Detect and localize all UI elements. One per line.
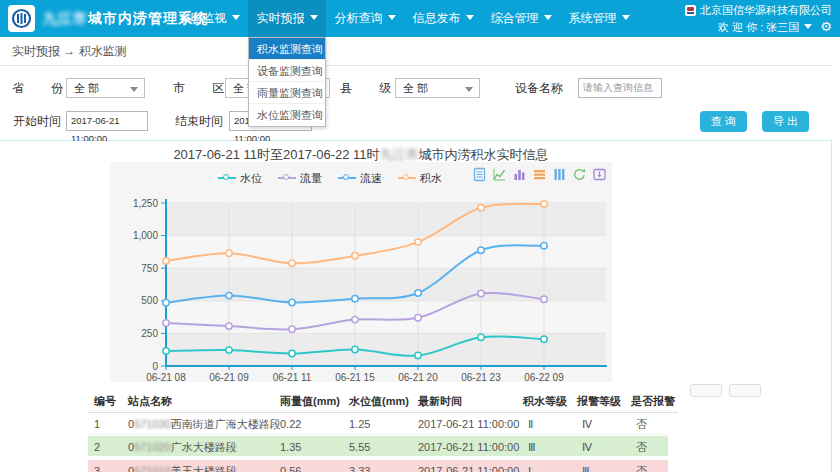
menu-general-management[interactable]: 综合管理 [482,0,560,37]
th-depth-level: 积水等级 [523,390,567,413]
menu-analysis-query[interactable]: 分析查询 [326,0,404,37]
svg-text:0: 0 [152,361,158,372]
bar-chart-icon[interactable] [512,167,527,182]
table-row-2[interactable]: 2 0571020广水大楼路段 1.35 5.55 2017-06-21 11:… [88,436,668,458]
app-window: 九江市城市内涝管理系统 实时监视 实时预报 分析查询 信息发布 综合管理 系统管… [0,0,840,472]
device-name-placeholder: 请输入查询信息 [583,82,653,93]
th-alarmed: 是否报警 [631,390,675,413]
legend-marker-icon [398,177,416,179]
stack-icon[interactable] [532,167,547,182]
th-num: 编号 [94,390,116,413]
main-menu: 实时监视 实时预报 分析查询 信息发布 综合管理 系统管理 [170,0,638,37]
forecast-dropdown-menu: 积水监测查询 设备监测查询 雨量监测查询 水位监测查询 [248,37,326,127]
company-logo-icon [685,5,696,16]
filter-panel: 省 份 全 部 市 区 全 部 县 级 全 部 设备名称 请输入查询信息 开始时… [0,66,832,141]
svg-text:750: 750 [141,263,158,274]
th-station: 站点名称 [128,390,172,413]
th-rain: 雨量值(mm) [280,390,340,413]
table-control-button-1[interactable] [690,384,722,397]
save-image-icon[interactable] [592,167,607,182]
query-button[interactable]: 查 询 [700,111,747,132]
dropdown-item-water-level-monitor-query[interactable]: 水位监测查询 [249,104,325,126]
top-navbar: 九江市城市内涝管理系统 实时监视 实时预报 分析查询 信息发布 综合管理 系统管… [0,0,840,37]
chart-title-city-blurred: 九江市 [380,147,419,162]
device-name-input[interactable]: 请输入查询信息 [578,78,662,98]
svg-text:06-21 23: 06-21 23 [461,372,501,382]
breadcrumb-row: 实时预报 → 积水监测 [0,37,832,66]
station-name: 0571030西南街道广海大楼路段 [128,413,281,435]
th-alarm-level: 报警等级 [577,390,621,413]
device-name-label: 设备名称 [515,78,563,98]
start-time-label: 开始时间 [13,111,61,131]
station-name: 0571020广水大楼路段 [128,436,237,458]
export-button[interactable]: 导 出 [762,111,809,132]
th-time: 最新时间 [418,390,462,413]
svg-text:06-22 09: 06-22 09 [524,372,564,382]
county-select[interactable]: 全 部 [395,78,480,98]
legend-item-流量[interactable]: 流量 [278,171,322,186]
company-name: 北京国信华源科技有限公司 [685,2,832,18]
menu-realtime-monitor[interactable]: 实时监视 [170,0,248,37]
data-table: 编号 站点名称 雨量值(mm) 水位值(mm) 最新时间 积水等级 报警等级 是… [88,390,678,413]
station-name: 0571010美玉大楼路段 [128,460,237,472]
user-menu[interactable]: 张三国 [766,21,812,33]
start-time-input[interactable]: 2017-06-21 11:00:00 [66,111,148,131]
welcome-bar: 欢 迎 你 : 张三国⚙ [685,18,832,36]
legend-item-水位[interactable]: 水位 [218,171,262,186]
legend-item-流速[interactable]: 流速 [338,171,382,186]
chart-title-post: 城市内涝积水实时信息 [419,147,549,162]
legend-label: 积水 [420,172,442,184]
svg-text:1,250: 1,250 [133,198,158,209]
county-label: 县 级 [340,78,403,98]
svg-text:06-21 15: 06-21 15 [335,372,375,382]
breadcrumb: 实时预报 → 积水监测 [12,44,127,58]
svg-text:06-21 20: 06-21 20 [398,372,438,382]
svg-text:06-21 08: 06-21 08 [146,372,186,382]
app-title-city-blurred: 九江市 [43,10,88,26]
table-row-3[interactable]: 3 0571010美玉大楼路段 0.56 3.33 2017-06-21 11:… [88,460,668,472]
dropdown-item-water-accumulation-query[interactable]: 积水监测查询 [249,38,325,60]
dropdown-item-rainfall-monitor-query[interactable]: 雨量监测查询 [249,82,325,104]
chart-title-pre: 2017-06-21 11时至2017-06-22 11时 [173,147,379,162]
svg-text:1,000: 1,000 [133,230,158,241]
dropdown-item-device-monitor-query[interactable]: 设备监测查询 [249,60,325,82]
logo-icon [8,5,35,32]
svg-text:500: 500 [141,295,158,306]
table-control-button-2[interactable] [729,384,761,397]
line-chart: 02505007501,0001,25006-21 0806-21 0906-2… [110,162,612,382]
table-row-1[interactable]: 1 0571030西南街道广海大楼路段 0.22 1.25 2017-06-21… [88,413,668,435]
main-content: 2017-06-21 11时至2017-06-22 11时九江市城市内涝积水实时… [0,141,832,472]
menu-realtime-forecast[interactable]: 实时预报 [248,0,326,37]
navbar-right: 北京国信华源科技有限公司 欢 迎 你 : 张三国⚙ [685,2,832,36]
legend-marker-icon [278,177,296,179]
province-value: 全 部 [74,82,99,94]
legend-label: 流速 [360,172,382,184]
tiled-icon[interactable] [552,167,567,182]
county-value: 全 部 [403,82,428,94]
svg-text:06-21 11: 06-21 11 [273,372,312,382]
th-water: 水位值(mm) [349,390,409,413]
end-time-label: 结束时间 [175,111,223,131]
chart-panel: 02505007501,0001,25006-21 0806-21 0906-2… [110,162,612,382]
svg-text:06-21 09: 06-21 09 [209,372,249,382]
legend-marker-icon [338,177,356,179]
legend-marker-icon [218,177,236,179]
menu-info-publish[interactable]: 信息发布 [404,0,482,37]
legend-label: 流量 [300,172,322,184]
legend-item-积水[interactable]: 积水 [398,171,442,186]
settings-gear-icon[interactable]: ⚙ [820,19,832,34]
chart-toolbox [472,167,607,182]
line-chart-icon[interactable] [492,167,507,182]
company-name-text: 北京国信华源科技有限公司 [700,4,832,16]
start-time-value: 2017-06-21 11:00:00 [71,115,120,144]
province-select[interactable]: 全 部 [66,78,145,98]
svg-text:250: 250 [141,328,158,339]
menu-system-management[interactable]: 系统管理 [560,0,638,37]
legend-label: 水位 [240,172,262,184]
restore-icon[interactable] [572,167,587,182]
data-view-icon[interactable] [472,167,487,182]
welcome-text: 欢 迎 你 : [718,21,766,33]
table-header-row: 编号 站点名称 雨量值(mm) 水位值(mm) 最新时间 积水等级 报警等级 是… [88,390,678,413]
